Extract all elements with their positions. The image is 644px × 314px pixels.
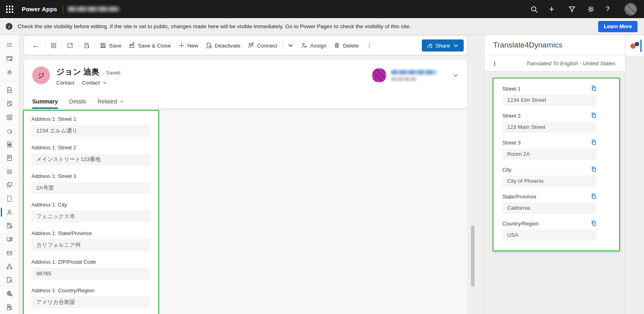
commandbar-overflow-chevron[interactable] <box>284 39 297 52</box>
rail-app-slot[interactable] <box>625 35 644 56</box>
save-and-close-button[interactable]: Save & Close <box>125 39 175 52</box>
panel-more-icon[interactable]: ⋮ <box>492 60 497 67</box>
field-value-input[interactable]: メインストリート123番地 <box>31 153 151 165</box>
assign-label: Assign <box>310 43 327 49</box>
copy-icon[interactable] <box>590 166 597 173</box>
copy-icon[interactable] <box>590 139 597 146</box>
page-shield-icon[interactable] <box>0 219 19 233</box>
owner-name-redacted[interactable] <box>391 70 436 74</box>
text-lines-icon[interactable] <box>0 165 19 178</box>
account-avatar[interactable] <box>625 3 637 15</box>
new-button[interactable]: New <box>175 39 202 52</box>
translate-panel: Translate4Dynamics ⋮ Translated To Engli… <box>484 35 625 314</box>
browser-settings-icon[interactable] <box>0 52 19 66</box>
rail-active-indicator <box>640 39 642 52</box>
tab-details[interactable]: Details <box>69 98 87 109</box>
copy-icon[interactable] <box>590 193 597 200</box>
field-value-input[interactable]: アメリカ合衆国 <box>31 296 151 308</box>
form-field: Address 1: Country/Region アメリカ合衆国 <box>31 287 151 308</box>
pages-icon[interactable] <box>0 178 19 192</box>
redo-icon[interactable] <box>0 124 19 138</box>
sitemap-icon[interactable] <box>0 260 19 273</box>
learn-more-button[interactable]: Learn More <box>598 21 638 32</box>
record-header-card: ジ ジョン 迪奥 - Saved Contact · Contact <box>24 60 467 109</box>
field-value-input[interactable]: 2A号室 <box>31 182 151 194</box>
form-switch-icon[interactable] <box>80 39 93 52</box>
panel-header-row: ⋮ Translated To English - United States <box>485 55 625 72</box>
menu-icon[interactable] <box>0 38 19 52</box>
field-value-input[interactable]: フェニックス市 <box>31 211 151 223</box>
field-label: Address 1: Street 1 <box>31 116 151 122</box>
help-icon[interactable]: ? <box>606 5 614 13</box>
page-person-icon[interactable] <box>0 273 19 287</box>
tab-summary[interactable]: Summary <box>32 98 58 109</box>
right-app-rail <box>625 35 644 314</box>
translated-field-value: USA <box>502 229 597 241</box>
translated-field-value: 1234 Elm Street <box>502 95 597 106</box>
settings-gear-icon[interactable] <box>587 5 595 13</box>
new-label: New <box>188 43 198 49</box>
translated-field-value: Room 2A <box>502 149 597 160</box>
app-name-redacted[interactable] <box>68 6 120 12</box>
monitor-lock-icon[interactable] <box>0 233 19 246</box>
save-label: Save <box>109 43 122 49</box>
header-collapse-chevron-icon[interactable] <box>452 72 459 78</box>
save-button[interactable]: Save <box>96 39 125 52</box>
popout-icon[interactable] <box>63 39 77 52</box>
field-value-input[interactable]: 98765 <box>31 268 151 280</box>
copy-icon[interactable] <box>590 112 597 119</box>
list-icon[interactable] <box>0 111 19 124</box>
code-page-icon[interactable] <box>0 83 19 97</box>
translated-field: Street 1 1234 Elm Street <box>502 85 597 106</box>
app-launcher-grid <box>6 6 13 13</box>
settings-icon[interactable] <box>0 65 19 79</box>
form-selector[interactable]: Contact <box>82 80 100 86</box>
translated-fields-highlighted: Street 1 1234 Elm Street Street 2 123 Ma… <box>493 78 620 251</box>
copy-icon[interactable] <box>590 85 597 92</box>
translation-status: Translated To English - United States <box>526 60 615 66</box>
more-commands-icon[interactable]: ⋮ <box>362 39 376 52</box>
vertical-scrollbar[interactable] <box>471 225 475 287</box>
publish-icon[interactable] <box>0 246 19 260</box>
field-value-input[interactable]: カリフォルニア州 <box>31 239 151 251</box>
connect-button[interactable]: Connect <box>244 39 281 52</box>
search-icon[interactable] <box>530 5 538 13</box>
back-button[interactable]: ← <box>27 39 44 52</box>
owner-role-redacted <box>391 77 416 81</box>
web-page-icon[interactable] <box>0 138 19 151</box>
focused-view-icon[interactable] <box>47 39 60 52</box>
filter-icon[interactable] <box>568 5 576 13</box>
brand-title[interactable]: Power Apps <box>22 6 57 12</box>
sidebar-divider <box>0 81 19 81</box>
translated-field-label: Street 1 <box>502 86 521 92</box>
delete-button[interactable]: Delete <box>330 39 362 52</box>
content-page-icon[interactable] <box>0 151 19 165</box>
web-roles-icon[interactable] <box>0 287 19 301</box>
panel-title: Translate4Dynamics <box>485 35 625 55</box>
site-visibility-icon[interactable] <box>0 300 19 314</box>
blank-page-icon[interactable] <box>0 192 19 206</box>
deactivate-button[interactable]: Deactivate <box>202 39 244 52</box>
owner-avatar[interactable] <box>372 68 386 83</box>
field-label: Address 1: Street 2 <box>31 145 151 151</box>
entity-label: Contact <box>56 80 74 86</box>
copy-icon[interactable] <box>590 220 597 227</box>
form-field: Address 1: Street 1 1234 エルム通り <box>31 116 151 137</box>
edit-note-icon[interactable] <box>0 97 19 111</box>
related-chevron-icon <box>120 99 124 104</box>
deactivate-label: Deactivate <box>215 43 241 49</box>
share-button[interactable]: Share <box>422 39 464 52</box>
field-value-input[interactable]: 1234 エルム通り <box>31 125 151 137</box>
field-label: Address 1: Country/Region <box>31 287 151 293</box>
office-top-bar: Power Apps + ? <box>0 0 644 18</box>
translated-field-value: 123 Main Street <box>502 122 597 133</box>
contacts-icon[interactable] <box>0 205 19 219</box>
add-icon[interactable]: + <box>549 5 557 13</box>
waffle-menu-icon[interactable] <box>0 0 19 18</box>
share-chevron-icon <box>453 43 459 49</box>
translated-field-label: Country/Region <box>502 221 539 227</box>
assign-button[interactable]: Assign <box>297 39 330 52</box>
save-status: - Saved <box>103 70 120 76</box>
translated-field: State/Province California <box>502 193 597 214</box>
tab-related[interactable]: Related <box>98 98 124 109</box>
